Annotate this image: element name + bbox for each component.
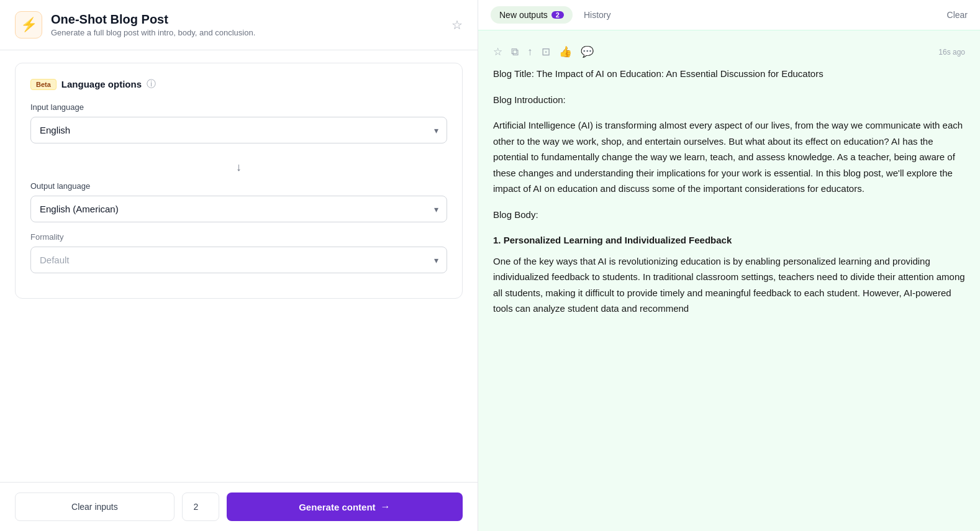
app-subtitle: Generate a full blog post with intro, bo… [51, 28, 443, 37]
app-title-block: One-Shot Blog Post Generate a full blog … [51, 12, 443, 37]
formality-label: Formality [30, 232, 447, 242]
comment-action-icon[interactable]: 💬 [581, 45, 594, 58]
output-language-label: Output language [30, 181, 447, 191]
lang-options-label: Language options [61, 79, 142, 89]
output-language-select[interactable]: English (American) [30, 196, 447, 222]
output-language-wrapper: English (American) ▾ [30, 196, 447, 222]
favorite-button[interactable]: ☆ [451, 17, 463, 32]
input-language-label: Input language [30, 102, 447, 112]
info-icon[interactable]: ⓘ [147, 78, 156, 90]
scrollable-content: Beta Language options ⓘ Input language E… [0, 50, 478, 482]
clear-output-button[interactable]: Clear [947, 10, 968, 20]
star-action-icon[interactable]: ☆ [493, 45, 502, 58]
share-action-icon[interactable]: ↑ [527, 46, 533, 58]
input-language-select[interactable]: English [30, 117, 447, 143]
lang-card-header: Beta Language options ⓘ [30, 78, 447, 90]
blog-title-line: Blog Title: The Impact of AI on Educatio… [493, 66, 965, 82]
generate-content-button[interactable]: Generate content → [227, 492, 463, 521]
output-actions: ☆ ⧉ ↑ ⊡ 👍 💬 16s ago [493, 40, 965, 66]
blog-body-para1: One of the key ways that AI is revolutio… [493, 253, 965, 317]
blog-intro-heading: Blog Introduction: [493, 92, 965, 108]
tab-history[interactable]: History [575, 6, 620, 24]
clear-inputs-button[interactable]: Clear inputs [15, 492, 175, 521]
output-timestamp: 16s ago [938, 48, 965, 57]
output-content: ☆ ⧉ ↑ ⊡ 👍 💬 16s ago Blog Title: The Impa… [478, 30, 980, 531]
new-outputs-badge: 2 [551, 11, 564, 19]
bottom-bar: Clear inputs Generate content → [0, 482, 478, 531]
blog-section1-title: 1. Personalized Learning and Individuali… [493, 232, 965, 248]
blog-body-heading: Blog Body: [493, 207, 965, 223]
output-text: Blog Title: The Impact of AI on Educatio… [493, 66, 965, 317]
tab-new-outputs[interactable]: New outputs 2 [491, 6, 573, 24]
input-language-wrapper: English ▾ [30, 117, 447, 143]
left-panel: ⚡ One-Shot Blog Post Generate a full blo… [0, 0, 478, 531]
formality-select[interactable]: Default [30, 247, 447, 273]
app-icon: ⚡ [15, 11, 42, 39]
output-card: ☆ ⧉ ↑ ⊡ 👍 💬 16s ago Blog Title: The Impa… [493, 40, 965, 317]
blog-intro-body: Artificial Intelligence (AI) is transfor… [493, 117, 965, 197]
copy-action-icon[interactable]: ⧉ [511, 46, 519, 58]
beta-badge: Beta [30, 79, 57, 90]
arrow-down-connector: ↓ [30, 153, 447, 181]
app-header: ⚡ One-Shot Blog Post Generate a full blo… [0, 0, 478, 50]
thumbsup-action-icon[interactable]: 👍 [559, 45, 572, 58]
save-action-icon[interactable]: ⊡ [542, 45, 550, 58]
language-options-card: Beta Language options ⓘ Input language E… [15, 63, 463, 299]
count-input[interactable] [182, 492, 219, 521]
output-tabs: New outputs 2 History Clear [478, 0, 980, 30]
right-panel: New outputs 2 History Clear ☆ ⧉ ↑ ⊡ 👍 💬 … [478, 0, 980, 531]
app-title: One-Shot Blog Post [51, 12, 443, 27]
formality-wrapper: Default ▾ [30, 247, 447, 273]
